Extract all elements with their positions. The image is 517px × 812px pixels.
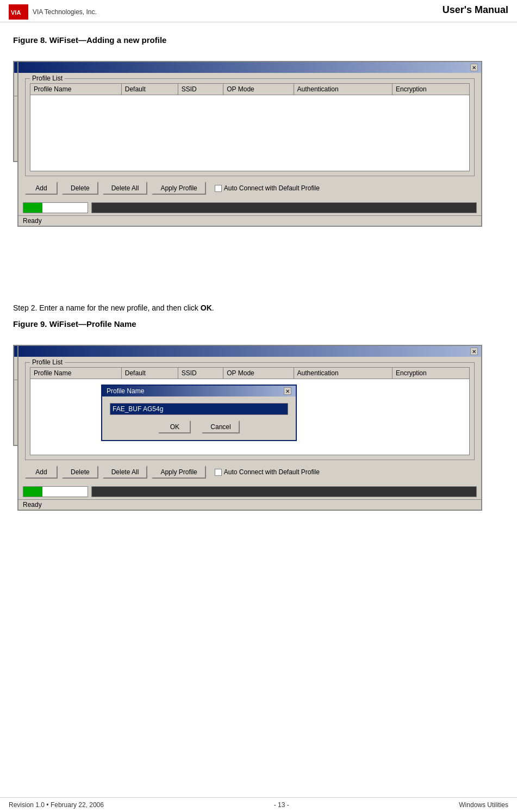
auto-connect-area: Auto Connect with Default Profile (215, 184, 320, 192)
delete-all-button[interactable]: Delete All (103, 182, 148, 195)
profile-name-cancel-button[interactable]: Cancel (202, 420, 239, 433)
page-footer: Revision 1.0 • February 22, 2006 - 13 - … (0, 797, 517, 812)
company-name: VIA Technologies, Inc. (33, 8, 97, 16)
col-authentication: Authentication (294, 84, 392, 95)
figure9-table-row: Profile Name ✕ OK Cancel (30, 379, 470, 455)
manual-title: User's Manual (443, 4, 508, 16)
figure9-profile-buttons: Add Delete Delete All Apply Profile Auto… (25, 466, 475, 479)
progress-box (23, 202, 88, 213)
status-text: Ready (23, 217, 42, 225)
figure9-profile-dialog: ✕ Profile List Profile Name Default SSID… (17, 345, 482, 511)
figure9-container: VNT WiFiset _ □ ✕ Profile View Option He… (13, 345, 486, 600)
figure8-container: VNT WiFiset _ □ ✕ Profile View Option He… (13, 61, 486, 295)
figure9-progress-bar (23, 487, 42, 497)
step2-text-part: Step 2. Enter a name for the new profile… (13, 303, 198, 312)
progress-bar (23, 203, 42, 213)
figure9-profile-dialog-close[interactable]: ✕ (470, 348, 478, 355)
col-op-mode: OP Mode (223, 84, 294, 95)
col-profile-name: Profile Name (30, 84, 122, 95)
profile-name-titlebar: Profile Name ✕ (102, 386, 296, 396)
figure9-empty-cell: Profile Name ✕ OK Cancel (30, 379, 470, 455)
figure9-profile-table: Profile Name Default SSID OP Mode Authen… (30, 367, 470, 455)
profile-table-header-row: Profile Name Default SSID OP Mode Authen… (30, 84, 470, 95)
page-header: VIA VIA Technologies, Inc. User's Manual (0, 0, 517, 22)
step2-ok: OK (201, 303, 212, 312)
figure8-profile-dialog: ✕ Profile List Profile Name Default SSID… (17, 61, 482, 227)
figure9-profile-dialog-body: Profile List Profile Name Default SSID O… (18, 357, 481, 484)
figure9-status-text: Ready (23, 501, 42, 509)
auto-connect-label-text: Auto Connect with Default Profile (224, 184, 320, 192)
figure9-profile-list-group: Profile List Profile Name Default SSID O… (25, 362, 475, 460)
figure9-auto-connect-text: Auto Connect with Default Profile (224, 468, 320, 476)
delete-button[interactable]: Delete (62, 182, 98, 195)
progress-area (18, 200, 481, 215)
figure9-header-row: Profile Name Default SSID OP Mode Authen… (30, 368, 470, 379)
profile-list-group: Profile List Profile Name Default SSID O… (25, 78, 475, 176)
profile-name-title: Profile Name (107, 387, 144, 395)
auto-connect-checkbox[interactable] (215, 185, 222, 192)
figure9-profile-dialog-titlebar: ✕ (18, 346, 481, 357)
profile-table-body (30, 95, 470, 171)
profile-dialog-titlebar: ✕ (18, 62, 481, 73)
figure9-auto-connect-checkbox[interactable] (215, 469, 222, 476)
figure9-delete-button[interactable]: Delete (62, 466, 98, 479)
footer-page: - 13 - (274, 801, 289, 809)
figure9-signal-bar (91, 486, 477, 497)
figure9-delete-all-button[interactable]: Delete All (103, 466, 148, 479)
col-encryption: Encryption (392, 84, 469, 95)
empty-cell (30, 95, 470, 171)
figure9-col-profile-name: Profile Name (30, 368, 122, 379)
col-ssid: SSID (178, 84, 223, 95)
profile-name-close[interactable]: ✕ (284, 387, 291, 395)
apply-profile-button[interactable]: Apply Profile (152, 182, 205, 195)
figure9-table-head: Profile Name Default SSID OP Mode Authen… (30, 368, 470, 379)
status-bar: Ready (18, 215, 481, 226)
profile-name-input[interactable] (110, 403, 288, 415)
logo-area: VIA VIA Technologies, Inc. (9, 4, 97, 20)
via-logo-icon: VIA (9, 4, 28, 20)
figure9-col-default: Default (121, 368, 178, 379)
profile-dialog-body: Profile List Profile Name Default SSID O… (18, 73, 481, 200)
figure9-auto-connect-area: Auto Connect with Default Profile (215, 468, 320, 476)
profile-dialog-close[interactable]: ✕ (470, 64, 478, 71)
step2-text: Step 2. Enter a name for the new profile… (13, 302, 504, 314)
profile-buttons: Add Delete Delete All Apply Profile Auto… (25, 182, 475, 195)
figure9-progress-area (18, 484, 481, 499)
group-label: Profile List (30, 75, 65, 82)
figure9-group-label: Profile List (30, 358, 65, 366)
figure9-col-encryption: Encryption (392, 368, 469, 379)
svg-text:VIA: VIA (11, 9, 21, 16)
add-button[interactable]: Add (25, 182, 58, 195)
profile-name-buttons: OK Cancel (110, 420, 288, 433)
step2-period: . (212, 303, 214, 312)
figure9-status-bar: Ready (18, 499, 481, 510)
footer-revision: Revision 1.0 • February 22, 2006 (9, 801, 104, 809)
profile-table-head: Profile Name Default SSID OP Mode Authen… (30, 84, 470, 95)
page-content: Figure 8. WiFiset—Adding a new profile V… (0, 22, 517, 629)
footer-section: Windows Utilities (459, 801, 508, 809)
figure9-apply-profile-button[interactable]: Apply Profile (152, 466, 205, 479)
figure9-table-body: Profile Name ✕ OK Cancel (30, 379, 470, 455)
profile-name-ok-button[interactable]: OK (158, 420, 191, 433)
profile-name-dialog: Profile Name ✕ OK Cancel (101, 385, 297, 441)
signal-bar (91, 202, 477, 213)
table-row (30, 95, 470, 171)
col-default: Default (121, 84, 178, 95)
figure9-col-authentication: Authentication (294, 368, 392, 379)
profile-name-body: OK Cancel (102, 396, 296, 440)
figure9-title: Figure 9. WiFiset—Profile Name (13, 319, 504, 328)
figure8-title: Figure 8. WiFiset—Adding a new profile (13, 35, 504, 45)
figure9-progress-box (23, 486, 88, 497)
figure9-col-ssid: SSID (178, 368, 223, 379)
profile-table: Profile Name Default SSID OP Mode Authen… (30, 83, 470, 171)
figure9-col-op-mode: OP Mode (223, 368, 294, 379)
figure9-add-button[interactable]: Add (25, 466, 58, 479)
